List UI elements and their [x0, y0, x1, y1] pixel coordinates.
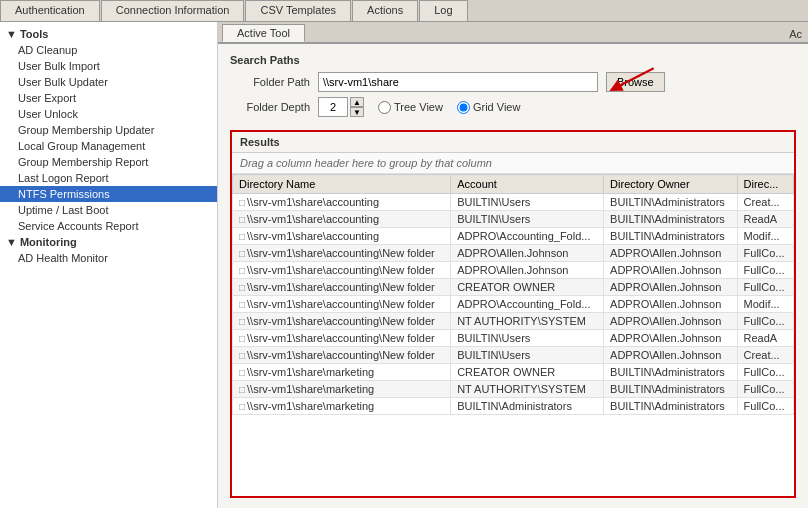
grid-view-radio-label[interactable]: Grid View [457, 101, 520, 114]
cell-dir: □\\srv-vm1\share\accounting\New folder [233, 296, 451, 313]
results-table: Directory Name Account Directory Owner D… [232, 174, 794, 415]
cell-access: FullCo... [737, 398, 793, 415]
table-row[interactable]: □\\srv-vm1\share\accounting ADPRO\Accoun… [233, 228, 794, 245]
folder-path-input[interactable] [318, 72, 598, 92]
spinner-down-button[interactable]: ▼ [350, 107, 364, 117]
results-table-wrap[interactable]: Directory Name Account Directory Owner D… [232, 174, 794, 496]
tree-view-radio[interactable] [378, 101, 391, 114]
folder-path-label: Folder Path [230, 76, 310, 88]
sidebar-item-group-membership-updater[interactable]: Group Membership Updater [0, 122, 217, 138]
table-row[interactable]: □\\srv-vm1\share\accounting\New folder A… [233, 262, 794, 279]
table-row[interactable]: □\\srv-vm1\share\accounting\New folder A… [233, 296, 794, 313]
col-header-directory-owner[interactable]: Directory Owner [604, 175, 737, 194]
table-row[interactable]: □\\srv-vm1\share\marketing CREATOR OWNER… [233, 364, 794, 381]
cell-dir: □\\srv-vm1\share\accounting\New folder [233, 347, 451, 364]
cell-owner: ADPRO\Allen.Johnson [604, 279, 737, 296]
spinner-up-button[interactable]: ▲ [350, 97, 364, 107]
sidebar-item-ad-health-monitor[interactable]: AD Health Monitor [0, 250, 217, 266]
cell-access: FullCo... [737, 279, 793, 296]
cell-access: Modif... [737, 228, 793, 245]
cell-account: CREATOR OWNER [451, 364, 604, 381]
results-section: Results Drag a column header here to gro… [230, 130, 796, 498]
sidebar-item-ntfs-permissions[interactable]: NTFS Permissions [0, 186, 217, 202]
tab-log[interactable]: Log [419, 0, 467, 21]
tree-view-radio-label[interactable]: Tree View [378, 101, 443, 114]
folder-path-input-wrap [318, 72, 598, 92]
cell-owner: ADPRO\Allen.Johnson [604, 347, 737, 364]
cell-dir: □\\srv-vm1\share\marketing [233, 364, 451, 381]
sidebar-item-last-logon-report[interactable]: Last Logon Report [0, 170, 217, 186]
sidebar-item-user-bulk-updater[interactable]: User Bulk Updater [0, 74, 217, 90]
cell-account: NT AUTHORITY\SYSTEM [451, 381, 604, 398]
sidebar-group-monitoring: ▼ Monitoring [0, 234, 217, 250]
cell-owner: ADPRO\Allen.Johnson [604, 262, 737, 279]
sidebar: ▼ Tools AD Cleanup User Bulk Import User… [0, 22, 218, 508]
col-header-direc[interactable]: Direc... [737, 175, 793, 194]
cell-access: FullCo... [737, 245, 793, 262]
cell-account: ADPRO\Allen.Johnson [451, 262, 604, 279]
content-area: Active Tool Ac Search Paths Folder Path [218, 22, 808, 508]
cell-account: BUILTIN\Users [451, 211, 604, 228]
folder-depth-label: Folder Depth [230, 101, 310, 113]
sidebar-group-tools: ▼ Tools [0, 26, 217, 42]
cell-dir: □\\srv-vm1\share\accounting\New folder [233, 245, 451, 262]
table-row[interactable]: □\\srv-vm1\share\marketing NT AUTHORITY\… [233, 381, 794, 398]
cell-owner: BUILTIN\Administrators [604, 228, 737, 245]
cell-access: FullCo... [737, 364, 793, 381]
folder-path-row: Folder Path Browse [230, 72, 796, 92]
cell-account: BUILTIN\Users [451, 194, 604, 211]
top-tab-bar: Authentication Connection Information CS… [0, 0, 808, 22]
cell-owner: BUILTIN\Administrators [604, 381, 737, 398]
cell-access: FullCo... [737, 381, 793, 398]
drag-hint: Drag a column header here to group by th… [232, 153, 794, 174]
content-tab-active-tool[interactable]: Active Tool [222, 24, 305, 42]
tab-connection-information[interactable]: Connection Information [101, 0, 245, 21]
table-row[interactable]: □\\srv-vm1\share\accounting\New folder C… [233, 279, 794, 296]
sidebar-item-user-export[interactable]: User Export [0, 90, 217, 106]
cell-account: BUILTIN\Users [451, 347, 604, 364]
sidebar-item-user-unlock[interactable]: User Unlock [0, 106, 217, 122]
table-row[interactable]: □\\srv-vm1\share\accounting BUILTIN\User… [233, 211, 794, 228]
folder-depth-input[interactable] [318, 97, 348, 117]
sidebar-item-local-group-management[interactable]: Local Group Management [0, 138, 217, 154]
cell-owner: BUILTIN\Administrators [604, 211, 737, 228]
cell-account: NT AUTHORITY\SYSTEM [451, 313, 604, 330]
cell-owner: BUILTIN\Administrators [604, 398, 737, 415]
sidebar-item-user-bulk-import[interactable]: User Bulk Import [0, 58, 217, 74]
cell-dir: □\\srv-vm1\share\accounting\New folder [233, 330, 451, 347]
cell-dir: □\\srv-vm1\share\accounting [233, 228, 451, 245]
cell-owner: BUILTIN\Administrators [604, 194, 737, 211]
search-paths-title: Search Paths [230, 54, 796, 66]
table-row[interactable]: □\\srv-vm1\share\accounting\New folder B… [233, 347, 794, 364]
tab-authentication[interactable]: Authentication [0, 0, 100, 21]
col-header-account[interactable]: Account [451, 175, 604, 194]
browse-button[interactable]: Browse [606, 72, 665, 92]
table-row[interactable]: □\\srv-vm1\share\accounting\New folder N… [233, 313, 794, 330]
cell-owner: ADPRO\Allen.Johnson [604, 330, 737, 347]
cell-access: FullCo... [737, 262, 793, 279]
cell-access: Creat... [737, 347, 793, 364]
cell-owner: ADPRO\Allen.Johnson [604, 245, 737, 262]
cell-dir: □\\srv-vm1\share\accounting [233, 211, 451, 228]
cell-access: ReadA [737, 330, 793, 347]
sidebar-item-group-membership-report[interactable]: Group Membership Report [0, 154, 217, 170]
content-tab-bar: Active Tool Ac [218, 22, 808, 44]
ac-badge: Ac [783, 26, 808, 42]
sidebar-item-service-accounts-report[interactable]: Service Accounts Report [0, 218, 217, 234]
table-row[interactable]: □\\srv-vm1\share\accounting\New folder B… [233, 330, 794, 347]
folder-depth-row: Folder Depth ▲ ▼ Tree View Grid V [230, 97, 796, 117]
table-row[interactable]: □\\srv-vm1\share\accounting BUILTIN\User… [233, 194, 794, 211]
tab-actions[interactable]: Actions [352, 0, 418, 21]
results-title: Results [232, 132, 794, 153]
col-header-directory-name[interactable]: Directory Name [233, 175, 451, 194]
cell-owner: ADPRO\Allen.Johnson [604, 313, 737, 330]
grid-view-radio[interactable] [457, 101, 470, 114]
table-row[interactable]: □\\srv-vm1\share\accounting\New folder A… [233, 245, 794, 262]
sidebar-item-ad-cleanup[interactable]: AD Cleanup [0, 42, 217, 58]
cell-access: FullCo... [737, 313, 793, 330]
main-layout: ▼ Tools AD Cleanup User Bulk Import User… [0, 22, 808, 508]
cell-access: Modif... [737, 296, 793, 313]
tab-csv-templates[interactable]: CSV Templates [245, 0, 351, 21]
table-row[interactable]: □\\srv-vm1\share\marketing BUILTIN\Admin… [233, 398, 794, 415]
sidebar-item-uptime-last-boot[interactable]: Uptime / Last Boot [0, 202, 217, 218]
